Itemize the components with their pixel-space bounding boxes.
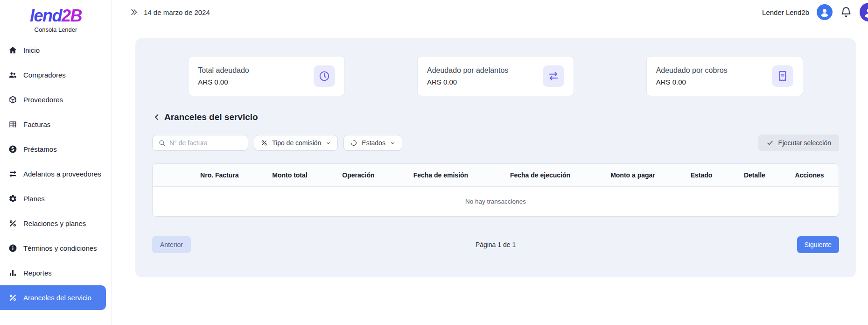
page-info: Página 1 de 1 [476,241,516,248]
topbar-right: Lender Lend2b [762,3,868,21]
card-text: Adeudado por cobros ARS 0.00 [656,66,728,86]
summary-cards: Total adeudado ARS 0.00 Adeudado por ade… [152,56,839,96]
brand-subtitle: Consola Lender [0,26,112,33]
dropdown-label: Estados [362,139,385,147]
clock-circle-icon [314,65,335,87]
sidebar-item-label: Préstamos [23,145,57,153]
back-chevron-icon[interactable] [152,113,161,122]
chevron-down-icon [325,140,331,146]
pagination: Anterior Página 1 de 1 Siguiente [152,236,839,253]
chevron-down-icon [390,140,396,146]
card-value: ARS 0.00 [427,78,508,86]
execute-selection-button[interactable]: Ejecutar selección [758,134,839,151]
page-title: Aranceles del servicio [164,112,258,122]
card-adeudado-adelantos: Adeudado por adelantos ARS 0.00 [417,56,574,96]
sidebar-item-inicio[interactable]: Inicio [0,38,112,63]
execute-selection-label: Ejecutar selección [778,139,831,147]
card-title: Adeudado por adelantos [427,66,508,75]
sidebar-item-terminos[interactable]: Términos y condiciones [0,236,112,261]
user-avatar[interactable] [817,4,833,20]
filters-row: Tipo de comisión Estados Ejecutar selecc… [152,134,839,151]
brand: lend2B Consola Lender [0,0,112,33]
col-header-monto-total: Monto total [255,164,324,187]
states-dropdown[interactable]: Estados [343,135,402,151]
card-text: Adeudado por adelantos ARS 0.00 [427,66,508,86]
transfer-arrows-icon [8,170,17,178]
sidebar-item-label: Proveedores [23,96,63,104]
section-header: Aranceles del servicio [152,112,839,122]
sidebar-item-label: Reportes [23,269,52,277]
invoice-search-box[interactable] [152,135,248,151]
check-icon [766,139,774,147]
col-header-fecha-emision: Fecha de emisión [392,164,489,187]
empty-state-message: No hay transacciones [153,187,839,217]
bar-chart-icon [8,268,17,277]
package-icon [8,95,17,104]
receipt-icon [772,65,793,87]
sidebar-item-proveedores[interactable]: Proveedores [0,87,112,112]
sidebar-item-prestamos[interactable]: Préstamos [0,137,112,162]
current-date: 14 de marzo de 2024 [144,8,210,16]
next-page-button[interactable]: Siguiente [797,236,839,253]
sidebar-item-label: Relaciones y planes [23,219,86,227]
sidebar-item-facturas[interactable]: Facturas [0,112,112,137]
invoice-search-input[interactable] [169,139,239,147]
sidebar-item-aranceles[interactable]: Aranceles del servicio [0,285,106,310]
sidebar-item-planes[interactable]: Planes [0,186,112,211]
col-header-detalle: Detalle [729,164,780,187]
dropdown-label: Tipo de comisión [272,139,321,147]
col-header-checkbox [153,164,183,187]
sidebar-item-adelantos[interactable]: Adelantos a proveedores [0,162,112,186]
sidebar-nav: Inicio Compradores Proveedores Facturas … [0,38,112,325]
sidebar-item-relaciones[interactable]: Relaciones y planes [0,211,112,236]
card-title: Adeudado por cobros [656,66,728,75]
card-title: Total adeudado [198,66,249,75]
logo: lend2B [0,7,112,25]
percent-icon [8,219,17,228]
col-header-fecha-ejecucion: Fecha de ejecución [489,164,592,187]
transactions-table: Nro. Factura Monto total Operación Fecha… [152,163,839,217]
empty-state-row: No hay transacciones [153,187,839,217]
sidebar-item-label: Compradores [23,71,66,79]
previous-page-button[interactable]: Anterior [152,236,191,253]
home-icon [8,46,17,55]
sidebar-item-label: Términos y condiciones [23,244,97,252]
table-grid-icon [8,120,17,129]
logo-text-lend: lend [30,6,62,25]
table-header-row: Nro. Factura Monto total Operación Fecha… [153,164,839,187]
card-adeudado-cobros: Adeudado por cobros ARS 0.00 [646,56,803,96]
percent-icon [260,139,268,147]
content-panel: Total adeudado ARS 0.00 Adeudado por ade… [135,38,856,277]
card-text: Total adeudado ARS 0.00 [198,66,249,86]
topbar: 14 de marzo de 2024 Lender Lend2b [112,0,868,24]
sidebar-item-label: Adelantos a proveedores [23,170,101,178]
logo-text-2b: 2B [62,6,82,25]
sidebar-item-label: Planes [23,195,45,203]
sidebar-collapse-icon[interactable] [130,8,138,16]
card-value: ARS 0.00 [198,78,249,86]
sidebar: lend2B Consola Lender Inicio Compradores… [0,0,112,325]
percent-icon [8,293,17,302]
col-header-acciones: Acciones [780,164,839,187]
col-header-estado: Estado [674,164,729,187]
transfer-arrows-icon [543,65,564,87]
profile-avatar-edge[interactable] [860,3,868,21]
col-header-nro-factura: Nro. Factura [183,164,255,187]
coin-dollar-icon [8,145,17,154]
sidebar-item-reportes[interactable]: Reportes [0,261,112,285]
status-circle-icon [350,139,357,147]
sidebar-item-label: Facturas [23,120,50,128]
info-icon [8,244,17,253]
main-area: 14 de marzo de 2024 Lender Lend2b Total … [112,0,868,325]
users-icon [8,71,17,79]
sidebar-item-label: Inicio [23,46,40,54]
col-header-operacion: Operación [324,164,392,187]
card-total-adeudado: Total adeudado ARS 0.00 [188,56,345,96]
col-header-monto-a-pagar: Monto a pagar [592,164,674,187]
bell-icon[interactable] [840,6,852,18]
sidebar-item-compradores[interactable]: Compradores [0,63,112,87]
commission-type-dropdown[interactable]: Tipo de comisión [254,135,338,151]
card-value: ARS 0.00 [656,78,728,86]
search-icon [158,139,166,147]
gear-icon [8,194,17,203]
